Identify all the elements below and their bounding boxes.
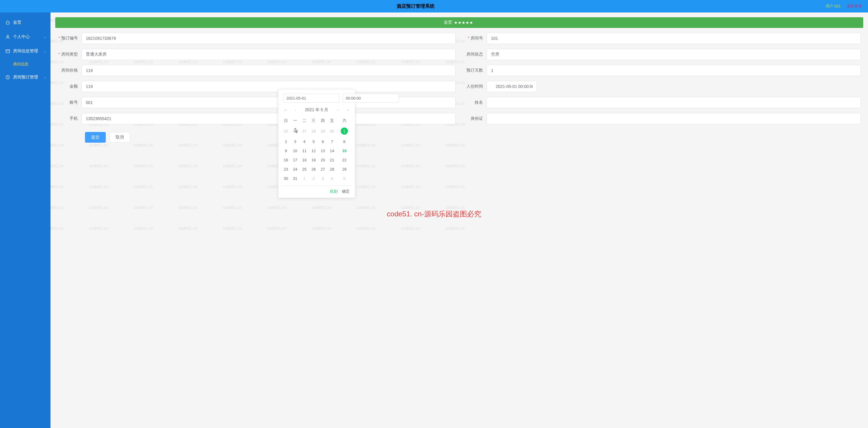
calendar-day[interactable]: 17 — [290, 155, 300, 165]
weekday-header: 五 — [328, 116, 337, 125]
calendar-day[interactable]: 10 — [290, 146, 300, 155]
calendar-day[interactable]: 25 — [300, 165, 309, 174]
calendar-day[interactable]: 18 — [300, 155, 309, 165]
label-room-type: 房间类型 — [61, 52, 78, 56]
calendar-day[interactable]: 23 — [281, 165, 290, 174]
weekday-header: 四 — [318, 116, 328, 125]
calendar-day[interactable]: 2 — [309, 174, 318, 183]
sidebar-item-home[interactable]: 首页 — [0, 16, 51, 30]
room-price-input[interactable] — [82, 65, 456, 76]
svg-rect-1 — [6, 50, 9, 53]
datepicker-popup: « ‹ 2021 年 5 月 › » 日一二三四五六 2526272829301… — [278, 89, 355, 198]
label-checkin-time: 入住时间 — [466, 84, 483, 89]
sidebar-item-personal[interactable]: 个人中心 ⌄ — [0, 30, 51, 44]
star-icon: ★★★★★ — [454, 20, 473, 25]
room-type-input[interactable] — [82, 49, 456, 60]
calendar-day[interactable]: 26 — [290, 125, 300, 137]
calendar-day[interactable]: 24 — [290, 165, 300, 174]
sidebar-item-booking-mgmt[interactable]: 房间预订管理 ⌄ — [0, 70, 51, 84]
calendar-day[interactable]: 5 — [309, 137, 318, 146]
breadcrumb-home[interactable]: 首页 — [444, 20, 452, 25]
calendar-day[interactable]: 22 — [337, 155, 352, 165]
datepicker-date-input[interactable] — [283, 94, 340, 103]
header-user[interactable]: 用户 001 — [826, 4, 841, 9]
calendar-day[interactable]: 20 — [318, 155, 328, 165]
sidebar-item-label: 首页 — [13, 20, 21, 25]
submit-button[interactable]: 提交 — [85, 132, 106, 143]
home-icon — [5, 20, 10, 25]
svg-point-0 — [7, 35, 8, 37]
calendar-day[interactable]: 13 — [318, 146, 328, 155]
calendar-day[interactable]: 29 — [337, 165, 352, 174]
calendar-day[interactable]: 3 — [318, 174, 328, 183]
sidebar-item-room-mgmt[interactable]: 房间信息管理 ⌄ — [0, 44, 51, 58]
phone-input[interactable] — [82, 113, 456, 124]
calendar-day[interactable]: 29 — [318, 125, 328, 137]
cancel-button[interactable]: 取消 — [109, 132, 130, 143]
label-name: 姓名 — [475, 100, 483, 105]
calendar-day[interactable]: 15 — [337, 146, 352, 155]
calendar-day[interactable]: 6 — [318, 137, 328, 146]
name-input[interactable] — [487, 97, 861, 108]
label-room-no: 房间号 — [470, 36, 483, 40]
datepicker-time-input[interactable] — [342, 94, 399, 103]
sidebar: 首页 个人中心 ⌄ 房间信息管理 ⌄ 房间信息 房间预订管理 ⌄ — [0, 12, 51, 428]
logout-link[interactable]: 退出登录 — [847, 4, 862, 9]
account-input[interactable] — [82, 97, 456, 108]
datepicker-title: 2021 年 5 月 — [305, 107, 329, 113]
sidebar-sub-room-info[interactable]: 房间信息 — [0, 58, 51, 70]
calendar-day[interactable]: 31 — [290, 174, 300, 183]
calendar-day[interactable]: 30 — [328, 125, 337, 137]
calendar-day[interactable]: 5 — [337, 174, 352, 183]
idcard-input[interactable] — [487, 113, 861, 124]
calendar-day[interactable]: 27 — [318, 165, 328, 174]
prev-year-icon[interactable]: « — [284, 108, 286, 112]
calendar-day[interactable]: 28 — [328, 165, 337, 174]
next-year-icon[interactable]: » — [347, 108, 349, 112]
calendar-day[interactable]: 27 — [300, 125, 309, 137]
label-room-price: 房间价格 — [61, 68, 78, 73]
label-phone: 手机 — [69, 116, 78, 121]
calendar-day[interactable]: 16 — [281, 155, 290, 165]
calendar-day[interactable]: 19 — [309, 155, 318, 165]
calendar-day[interactable]: 28 — [309, 125, 318, 137]
calendar-day[interactable]: 7 — [328, 137, 337, 146]
calendar-day[interactable]: 26 — [309, 165, 318, 174]
calendar-day[interactable]: 4 — [328, 174, 337, 183]
form: *预订编号 *房间号 *房间类型 房间状态 房间价格 预订天数 金额 入住时间 … — [55, 33, 863, 143]
calendar-day[interactable]: 11 — [300, 146, 309, 155]
app-title: 酒店预订管理系统 — [6, 3, 826, 9]
calendar-day[interactable]: 1 — [337, 125, 352, 137]
label-booking-no: 预订编号 — [61, 36, 78, 40]
weekday-header: 日 — [281, 116, 290, 125]
next-month-icon[interactable]: › — [337, 108, 338, 112]
calendar-day[interactable]: 9 — [281, 146, 290, 155]
list-icon — [5, 49, 10, 54]
booking-days-input[interactable] — [487, 65, 861, 76]
calendar-day[interactable]: 12 — [309, 146, 318, 155]
calendar-day[interactable]: 30 — [281, 174, 290, 183]
datepicker-ok-button[interactable]: 确定 — [342, 189, 350, 194]
calendar-day[interactable]: 2 — [281, 137, 290, 146]
sidebar-sub-label: 房间信息 — [13, 61, 29, 67]
calendar-day[interactable]: 3 — [290, 137, 300, 146]
datepicker-now-button[interactable]: 此刻 — [330, 189, 338, 194]
calendar-day[interactable]: 8 — [337, 137, 352, 146]
booking-no-input[interactable] — [82, 33, 456, 44]
prev-month-icon[interactable]: ‹ — [295, 108, 296, 112]
calendar-day[interactable]: 14 — [328, 146, 337, 155]
datepicker-calendar: 日一二三四五六 25262728293012345678910111213141… — [281, 116, 352, 183]
checkin-time-input[interactable] — [487, 81, 537, 92]
header: 酒店预订管理系统 用户 001 退出登录 — [0, 0, 868, 12]
room-no-input[interactable] — [487, 33, 861, 44]
room-status-input[interactable] — [487, 49, 861, 60]
calendar-day[interactable]: 4 — [300, 137, 309, 146]
calendar-day[interactable]: 25 — [281, 125, 290, 137]
calendar-day[interactable]: 1 — [300, 174, 309, 183]
amount-input[interactable] — [82, 81, 456, 92]
label-room-status: 房间状态 — [466, 52, 483, 56]
main-content: 首页 ★★★★★ *预订编号 *房间号 *房间类型 房间状态 房间价格 预订天数… — [51, 12, 868, 428]
clock-icon — [5, 75, 10, 80]
weekday-header: 三 — [309, 116, 318, 125]
calendar-day[interactable]: 21 — [328, 155, 337, 165]
